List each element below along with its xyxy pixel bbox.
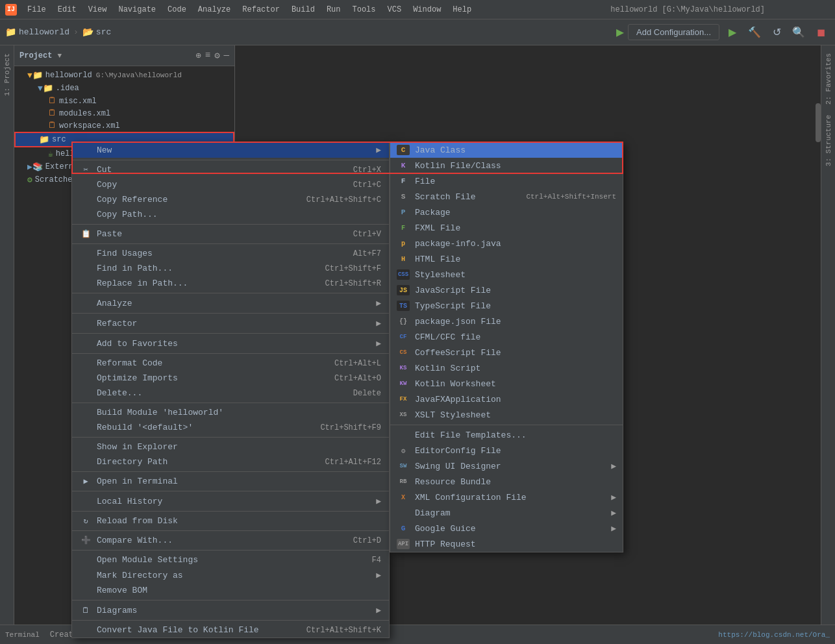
ctx-show-explorer[interactable]: Show in Explorer [72,440,389,454]
ctx-reformat[interactable]: Reformat Code Ctrl+Alt+L [72,356,389,371]
ctx-cut[interactable]: ✂ Cut Ctrl+X [72,162,389,177]
ctx-open-terminal[interactable]: ▶ Open in Terminal [72,474,389,489]
sub-kotlin-icon: K [397,160,410,171]
menu-vcs[interactable]: VCS [382,4,407,16]
ctx-find-usages[interactable]: Find Usages Alt+F7 [72,246,389,261]
menu-navigate[interactable]: Navigate [113,4,161,16]
menu-run[interactable]: Run [321,4,346,16]
menu-build[interactable]: Build [286,4,320,16]
ctx-analyze[interactable]: Analyze ▶ [72,295,389,311]
coverage-button[interactable]: 🔍 [790,23,808,42]
menu-tools[interactable]: Tools [347,4,381,16]
tree-item-helloworld[interactable]: ▼📁 helloworld G:\MyJava\helloworld [14,69,234,82]
project-dropdown-arrow[interactable]: ▼ [57,52,62,60]
ctx-diagrams[interactable]: 🗒 Diagrams ▶ [72,602,389,618]
sub-resource-bundle[interactable]: RB Resource Bundle [390,474,623,489]
ctx-compare-with[interactable]: ➕ Compare With... Ctrl+D [72,533,389,548]
tree-item-misc[interactable]: 🗒 misc.xml [14,95,234,107]
menu-window[interactable]: Window [408,4,446,16]
terminal-tab[interactable]: Terminal [5,631,40,639]
ctx-dir-path[interactable]: Directory Path Ctrl+Alt+F12 [72,454,389,469]
collapse-icon[interactable]: ≡ [205,50,210,61]
ctx-reload[interactable]: ↻ Reload from Disk [72,514,389,528]
tree-item-modules[interactable]: 🗒 modules.xml [14,107,234,119]
sub-editor-config[interactable]: ⚙ EditorConfig File [390,443,623,458]
ctx-local-history[interactable]: Local History ▶ [72,493,389,509]
ctx-remove-bom[interactable]: Remove BOM [72,583,389,598]
sub-kotlin-worksheet[interactable]: KW Kotlin Worksheet [390,376,623,391]
ctx-delete[interactable]: Delete... Delete [72,386,389,401]
sub-swing-ui[interactable]: SW Swing UI Designer ▶ [390,458,623,474]
sub-scratch-file[interactable]: S Scratch File Ctrl+Alt+Shift+Insert [390,189,623,204]
sub-html[interactable]: H HTML File [390,251,623,267]
sub-google-guice[interactable]: G Google Guice ▶ [390,521,623,536]
ctx-replace-in-path[interactable]: Replace in Path... Ctrl+Shift+R [72,276,389,291]
sub-coffee[interactable]: CS CoffeeScript File [390,345,623,360]
ctx-paste[interactable]: 📋 Paste Ctrl+V [72,227,389,242]
sub-google-arrow: ▶ [611,523,616,534]
settings-icon[interactable]: ⚙ [214,50,219,61]
ctx-build-module[interactable]: Build Module 'helloworld' [72,405,389,420]
sub-pkg-json[interactable]: {} package.json File [390,314,623,329]
ctx-find-in-path[interactable]: Find in Path... Ctrl+Shift+F [72,261,389,276]
sub-cfml[interactable]: CF CFML/CFC file [390,329,623,345]
sub-fxml[interactable]: F FXML File [390,220,623,236]
ctx-module-settings[interactable]: Open Module Settings F4 [72,552,389,567]
tree-item-workspace[interactable]: 🗒 workspace.xml [14,119,234,132]
add-configuration-button[interactable]: Add Configuration... [628,24,719,40]
ctx-mark-dir[interactable]: Mark Directory as ▶ [72,567,389,583]
ctx-refactor[interactable]: Refactor ▶ [72,316,389,331]
sub-xslt[interactable]: XS XSLT Stylesheet [390,407,623,423]
menu-edit[interactable]: Edit [53,4,82,16]
sub-package[interactable]: P Package [390,204,623,220]
menu-view[interactable]: View [83,4,112,16]
ctx-optimize-imports[interactable]: Optimize Imports Ctrl+Alt+O [72,371,389,386]
sub-js[interactable]: JS JavaScript File [390,282,623,298]
sub-kotlin-script[interactable]: KS Kotlin Script [390,360,623,376]
sub-xml-arrow: ▶ [611,492,616,502]
menu-bar: File Edit View Navigate Code Analyze Ref… [22,4,477,16]
sub-edit-templates[interactable]: Edit File Templates... [390,427,623,443]
sync-button[interactable]: ↺ [767,23,786,42]
sub-css[interactable]: CSS Stylesheet [390,267,623,282]
run-button[interactable]: ▶ [723,23,742,42]
sub-diag-label: Diagram [415,508,451,518]
ctx-copy-path[interactable]: Copy Path... [72,207,389,222]
ctx-analyze-label: Analyze [97,299,132,308]
sub-diagram[interactable]: Diagram ▶ [390,505,623,521]
sub-java-class[interactable]: C Java Class [390,142,623,158]
project-tab[interactable]: 1: Project [1,48,13,101]
tree-scratch-icon: ⚙ [27,175,32,185]
ctx-sep12 [72,511,389,512]
sub-kotlin-class[interactable]: K Kotlin File/Class [390,158,623,173]
sub-javafx[interactable]: FX JavaFXApplication [390,391,623,407]
ctx-dp-shortcut: Ctrl+Alt+F12 [325,458,381,467]
menu-refactor[interactable]: Refactor [237,4,285,16]
menu-file[interactable]: File [22,4,51,16]
close-panel-icon[interactable]: — [224,50,229,61]
ctx-rip-shortcut: Ctrl+Shift+R [325,279,381,288]
tree-item-idea[interactable]: ▼📁 .idea [14,82,234,95]
sub-http-request[interactable]: API HTTP Request [390,536,623,552]
scope-icon[interactable]: ⊕ [195,50,201,61]
sub-xml-config[interactable]: X XML Configuration File ▶ [390,489,623,505]
favorites-tab[interactable]: 2: Favorites [823,48,834,110]
ctx-new[interactable]: New ▶ [72,142,389,158]
ctx-copy[interactable]: Copy Ctrl+C [72,177,389,192]
structure-tab[interactable]: 3: Structure [823,110,834,171]
menu-analyze[interactable]: Analyze [193,4,236,16]
scrollbar-thumb[interactable] [816,103,821,142]
sub-fxml-icon: F [397,223,410,233]
sub-file[interactable]: F File [390,173,623,189]
ctx-copy-ref[interactable]: Copy Reference Ctrl+Alt+Shift+C [72,192,389,207]
build-button[interactable]: 🔨 [745,23,764,42]
sub-package-info[interactable]: p package-info.java [390,236,623,251]
sub-ts[interactable]: TS TypeScript File [390,298,623,314]
sub-diag-icon [397,508,410,518]
ctx-add-favorites[interactable]: Add to Favorites ▶ [72,336,389,351]
ctx-convert-kotlin[interactable]: Convert Java File to Kotlin File Ctrl+Al… [72,623,389,638]
ctx-rebuild[interactable]: Rebuild '<default>' Ctrl+Shift+F9 [72,420,389,435]
menu-code[interactable]: Code [162,4,192,16]
stop-button[interactable]: ◼ [812,23,830,42]
menu-help[interactable]: Help [447,4,477,16]
